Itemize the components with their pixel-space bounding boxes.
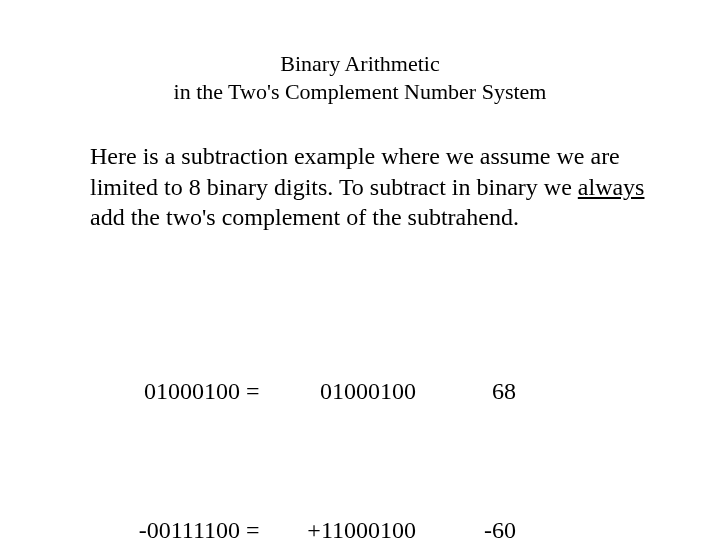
slide-title: Binary Arithmetic in the Two's Complemen… xyxy=(0,0,720,105)
r1-eq2 xyxy=(416,374,456,409)
title-line-2: in the Two's Complement Number System xyxy=(0,78,720,106)
title-line-1: Binary Arithmetic xyxy=(0,50,720,78)
r2-eq2 xyxy=(416,513,456,540)
r1-eq1: = xyxy=(240,374,276,409)
math-block: 01000100 = 01000100 68 -00111100 = +1100… xyxy=(80,269,720,540)
r2-right: -60 xyxy=(456,513,516,540)
slide: Binary Arithmetic in the Two's Complemen… xyxy=(0,0,720,540)
math-row-2: -00111100 = +11000100 -60 xyxy=(80,513,720,540)
r1-mid: 01000100 xyxy=(276,374,416,409)
r2-eq1: = xyxy=(240,513,276,540)
r2-left: -00111100 xyxy=(80,513,240,540)
paragraph-underlined: always xyxy=(578,174,645,200)
r1-left: 01000100 xyxy=(80,374,240,409)
r1-right: 68 xyxy=(456,374,516,409)
math-row-1: 01000100 = 01000100 68 xyxy=(80,374,720,409)
paragraph-part-2: add the two's complement of the subtrahe… xyxy=(90,204,519,230)
r2-mid: +11000100 xyxy=(276,513,416,540)
body-paragraph: Here is a subtraction example where we a… xyxy=(90,141,650,233)
paragraph-part-1: Here is a subtraction example where we a… xyxy=(90,143,620,200)
